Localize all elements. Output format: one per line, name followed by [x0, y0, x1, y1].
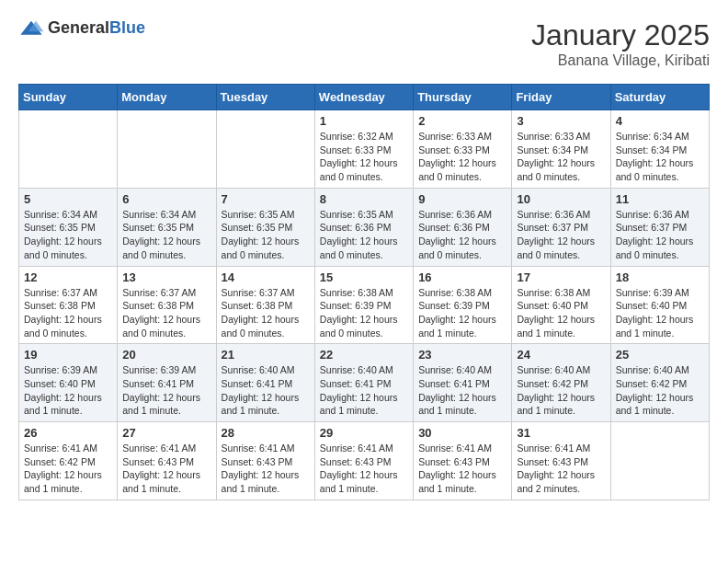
day-number: 8 — [320, 192, 408, 206]
day-info: Sunrise: 6:41 AM Sunset: 6:43 PM Dayligh… — [122, 442, 210, 496]
day-info: Sunrise: 6:40 AM Sunset: 6:42 PM Dayligh… — [616, 363, 704, 418]
calendar-cell: 9Sunrise: 6:36 AM Sunset: 6:36 PM Daylig… — [414, 188, 512, 266]
day-number: 3 — [517, 114, 605, 128]
day-number: 26 — [24, 426, 112, 440]
weekday-header-thursday: Thursday — [414, 85, 512, 110]
day-number: 1 — [320, 114, 408, 128]
day-number: 21 — [222, 348, 310, 362]
calendar-cell — [118, 110, 216, 189]
calendar-cell: 11Sunrise: 6:36 AM Sunset: 6:37 PM Dayli… — [610, 188, 709, 266]
calendar-cell: 5Sunrise: 6:34 AM Sunset: 6:35 PM Daylig… — [19, 188, 118, 266]
day-number: 17 — [517, 270, 605, 284]
day-info: Sunrise: 6:41 AM Sunset: 6:43 PM Dayligh… — [320, 442, 408, 496]
calendar-cell: 14Sunrise: 6:37 AM Sunset: 6:38 PM Dayli… — [216, 266, 314, 344]
week-row-5: 26Sunrise: 6:41 AM Sunset: 6:42 PM Dayli… — [19, 422, 710, 500]
day-number: 22 — [320, 348, 408, 362]
calendar-cell: 2Sunrise: 6:33 AM Sunset: 6:33 PM Daylig… — [414, 110, 512, 189]
day-info: Sunrise: 6:39 AM Sunset: 6:41 PM Dayligh… — [122, 363, 210, 418]
weekday-header-friday: Friday — [512, 85, 610, 110]
calendar-cell: 7Sunrise: 6:35 AM Sunset: 6:35 PM Daylig… — [216, 188, 314, 266]
day-info: Sunrise: 6:37 AM Sunset: 6:38 PM Dayligh… — [222, 286, 310, 340]
month-title: January 2025 — [531, 18, 710, 52]
day-info: Sunrise: 6:34 AM Sunset: 6:35 PM Dayligh… — [24, 208, 112, 262]
day-number: 13 — [122, 270, 210, 284]
day-info: Sunrise: 6:38 AM Sunset: 6:40 PM Dayligh… — [517, 286, 605, 340]
week-row-3: 12Sunrise: 6:37 AM Sunset: 6:38 PM Dayli… — [19, 266, 710, 344]
day-info: Sunrise: 6:41 AM Sunset: 6:42 PM Dayligh… — [24, 442, 112, 496]
day-info: Sunrise: 6:38 AM Sunset: 6:39 PM Dayligh… — [320, 286, 408, 340]
day-number: 20 — [122, 348, 210, 362]
day-number: 12 — [24, 270, 112, 284]
day-number: 6 — [122, 192, 210, 206]
day-info: Sunrise: 6:41 AM Sunset: 6:43 PM Dayligh… — [222, 442, 310, 496]
day-number: 11 — [616, 192, 704, 206]
calendar-cell — [216, 110, 314, 189]
week-row-4: 19Sunrise: 6:39 AM Sunset: 6:40 PM Dayli… — [19, 344, 710, 422]
calendar-cell: 19Sunrise: 6:39 AM Sunset: 6:40 PM Dayli… — [19, 344, 118, 422]
day-number: 2 — [418, 114, 506, 128]
week-row-2: 5Sunrise: 6:34 AM Sunset: 6:35 PM Daylig… — [19, 188, 710, 266]
calendar-cell — [610, 422, 709, 500]
title-block: January 2025 Banana Village, Kiribati — [531, 18, 710, 69]
day-info: Sunrise: 6:39 AM Sunset: 6:40 PM Dayligh… — [616, 286, 704, 340]
calendar-cell — [19, 110, 118, 189]
calendar-cell: 31Sunrise: 6:41 AM Sunset: 6:43 PM Dayli… — [512, 422, 610, 500]
day-info: Sunrise: 6:33 AM Sunset: 6:34 PM Dayligh… — [517, 130, 605, 184]
day-info: Sunrise: 6:40 AM Sunset: 6:41 PM Dayligh… — [222, 363, 310, 418]
calendar-cell: 21Sunrise: 6:40 AM Sunset: 6:41 PM Dayli… — [216, 344, 314, 422]
weekday-header-row: SundayMondayTuesdayWednesdayThursdayFrid… — [19, 85, 710, 110]
day-number: 23 — [418, 348, 506, 362]
day-number: 27 — [122, 426, 210, 440]
day-info: Sunrise: 6:36 AM Sunset: 6:37 PM Dayligh… — [517, 208, 605, 262]
calendar-cell: 16Sunrise: 6:38 AM Sunset: 6:39 PM Dayli… — [414, 266, 512, 344]
day-number: 10 — [517, 192, 605, 206]
day-number: 30 — [418, 426, 506, 440]
week-row-1: 1Sunrise: 6:32 AM Sunset: 6:33 PM Daylig… — [19, 110, 710, 189]
weekday-header-monday: Monday — [118, 85, 216, 110]
day-number: 29 — [320, 426, 408, 440]
day-info: Sunrise: 6:41 AM Sunset: 6:43 PM Dayligh… — [418, 442, 506, 496]
day-number: 28 — [222, 426, 310, 440]
calendar-cell: 17Sunrise: 6:38 AM Sunset: 6:40 PM Dayli… — [512, 266, 610, 344]
calendar-cell: 3Sunrise: 6:33 AM Sunset: 6:34 PM Daylig… — [512, 110, 610, 189]
calendar-cell: 26Sunrise: 6:41 AM Sunset: 6:42 PM Dayli… — [19, 422, 118, 500]
day-info: Sunrise: 6:36 AM Sunset: 6:37 PM Dayligh… — [616, 208, 704, 262]
day-info: Sunrise: 6:34 AM Sunset: 6:35 PM Dayligh… — [122, 208, 210, 262]
logo-icon — [18, 19, 44, 38]
day-number: 15 — [320, 270, 408, 284]
calendar-cell: 1Sunrise: 6:32 AM Sunset: 6:33 PM Daylig… — [314, 110, 413, 189]
day-number: 16 — [418, 270, 506, 284]
day-info: Sunrise: 6:41 AM Sunset: 6:43 PM Dayligh… — [517, 442, 605, 496]
day-number: 4 — [616, 114, 704, 128]
weekday-header-saturday: Saturday — [610, 85, 709, 110]
day-number: 19 — [24, 348, 112, 362]
calendar-cell: 6Sunrise: 6:34 AM Sunset: 6:35 PM Daylig… — [118, 188, 216, 266]
day-info: Sunrise: 6:37 AM Sunset: 6:38 PM Dayligh… — [24, 286, 112, 340]
weekday-header-sunday: Sunday — [19, 85, 118, 110]
day-number: 24 — [517, 348, 605, 362]
calendar-cell: 13Sunrise: 6:37 AM Sunset: 6:38 PM Dayli… — [118, 266, 216, 344]
day-number: 18 — [616, 270, 704, 284]
day-number: 9 — [418, 192, 506, 206]
calendar-cell: 25Sunrise: 6:40 AM Sunset: 6:42 PM Dayli… — [610, 344, 709, 422]
calendar-cell: 20Sunrise: 6:39 AM Sunset: 6:41 PM Dayli… — [118, 344, 216, 422]
day-info: Sunrise: 6:32 AM Sunset: 6:33 PM Dayligh… — [320, 130, 408, 184]
day-info: Sunrise: 6:35 AM Sunset: 6:36 PM Dayligh… — [320, 208, 408, 262]
page-header: GeneralBlue January 2025 Banana Village,… — [18, 18, 710, 69]
day-number: 14 — [222, 270, 310, 284]
calendar-cell: 15Sunrise: 6:38 AM Sunset: 6:39 PM Dayli… — [314, 266, 413, 344]
logo-blue: Blue — [109, 18, 145, 37]
day-info: Sunrise: 6:37 AM Sunset: 6:38 PM Dayligh… — [122, 286, 210, 340]
calendar-cell: 27Sunrise: 6:41 AM Sunset: 6:43 PM Dayli… — [118, 422, 216, 500]
calendar-cell: 23Sunrise: 6:40 AM Sunset: 6:41 PM Dayli… — [414, 344, 512, 422]
calendar-cell: 28Sunrise: 6:41 AM Sunset: 6:43 PM Dayli… — [216, 422, 314, 500]
calendar-cell: 4Sunrise: 6:34 AM Sunset: 6:34 PM Daylig… — [610, 110, 709, 189]
day-info: Sunrise: 6:40 AM Sunset: 6:41 PM Dayligh… — [418, 363, 506, 418]
weekday-header-tuesday: Tuesday — [216, 85, 314, 110]
day-info: Sunrise: 6:36 AM Sunset: 6:36 PM Dayligh… — [418, 208, 506, 262]
day-info: Sunrise: 6:34 AM Sunset: 6:34 PM Dayligh… — [616, 130, 704, 184]
calendar-cell: 10Sunrise: 6:36 AM Sunset: 6:37 PM Dayli… — [512, 188, 610, 266]
logo-general: General — [48, 18, 109, 37]
day-number: 7 — [222, 192, 310, 206]
logo: GeneralBlue — [18, 18, 145, 38]
